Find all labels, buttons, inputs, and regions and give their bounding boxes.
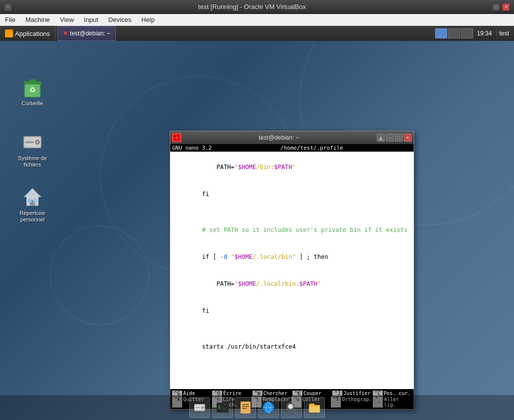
menu-view[interactable]: View xyxy=(55,14,79,25)
taskbar-right: 19:34 test xyxy=(435,28,514,38)
vbox-minimize-btn[interactable]: ─ xyxy=(4,3,12,11)
content-line-5: if [ -d "$HOME/.local/bin" ] ; then xyxy=(173,243,411,270)
vbox-titlebar: ─ test [Running] - Oracle VM VirtualBox … xyxy=(0,0,514,14)
svg-point-20 xyxy=(201,406,204,409)
content-line-2: fi xyxy=(173,181,411,208)
terminal-close-btn[interactable]: ✕ xyxy=(404,134,412,142)
filesystem-label: Système de fichiers xyxy=(14,155,50,168)
content-line-9: startx /usr/bin/startxfce4 xyxy=(173,333,411,360)
dock-browser[interactable] xyxy=(258,397,279,418)
taskbar-user: test xyxy=(496,30,512,37)
terminal-taskbar-item[interactable]: ✕ test@debian: ~ xyxy=(57,26,116,41)
applications-menu-btn[interactable]: Applications xyxy=(0,26,55,41)
terminal-window-title: test@debian: ~ xyxy=(181,134,377,141)
svg-rect-9 xyxy=(25,141,33,143)
trash-label: Corbeille xyxy=(21,100,43,107)
nano-filename: /home/test/.profile xyxy=(280,145,343,151)
dock-hdd[interactable] xyxy=(189,397,210,418)
content-line-7: fi xyxy=(173,297,411,324)
vbox-menubar: File Machine View Input Devices Help xyxy=(0,14,514,26)
nano-statusbar: GNU nano 3.2 /home/test/.profile xyxy=(170,144,414,152)
vbox-window-controls: ─ xyxy=(4,3,12,11)
filesystem-icon xyxy=(20,130,44,154)
terminal-restore-btn[interactable]: □ xyxy=(395,134,403,142)
dock-notes[interactable] xyxy=(235,397,256,418)
desktop-icon-filesystem[interactable]: Système de fichiers xyxy=(12,128,52,170)
terminal-taskbar-icon: ✕ xyxy=(63,30,68,37)
svg-rect-26 xyxy=(242,406,249,407)
content-line-6: PATH="$HOME/.local/bin:$PATH" xyxy=(173,270,411,297)
vbox-right-controls: □ ✕ xyxy=(492,3,510,11)
applications-icon xyxy=(5,29,13,37)
menu-file[interactable]: File xyxy=(0,14,20,25)
guest-desktop: Applications ✕ test@debian: ~ 19:34 test xyxy=(0,26,514,420)
workspace-2[interactable] xyxy=(448,28,460,38)
workspace-3[interactable] xyxy=(461,28,473,38)
menu-devices[interactable]: Devices xyxy=(103,14,136,25)
svg-rect-21 xyxy=(196,407,200,408)
nano-content[interactable]: PATH="$HOME/bin:$PATH" fi # set PATH so … xyxy=(170,152,414,389)
svg-rect-25 xyxy=(242,404,249,405)
vbox-restore-btn[interactable]: □ xyxy=(492,3,500,11)
terminal-title-icon xyxy=(172,133,181,142)
nano-editor-name: GNU nano 3.2 xyxy=(172,145,212,151)
terminal-titlebar: test@debian: ~ ▲ ─ □ ✕ xyxy=(170,131,414,144)
svg-text:$ _: $ _ xyxy=(218,405,226,410)
workspace-1[interactable] xyxy=(435,28,447,38)
applications-label: Applications xyxy=(15,30,50,37)
menu-help[interactable]: Help xyxy=(136,14,160,25)
menu-input[interactable]: Input xyxy=(79,14,103,25)
svg-point-8 xyxy=(36,141,38,143)
svg-rect-24 xyxy=(241,402,251,414)
desktop-icon-home[interactable]: Répertoire personnel xyxy=(12,183,52,225)
dock-search[interactable] xyxy=(281,397,302,418)
content-line-1: PATH="$HOME/bin:$PATH" xyxy=(173,154,411,181)
terminal-iconify-btn[interactable]: ─ xyxy=(386,134,394,142)
svg-rect-3 xyxy=(29,79,35,82)
content-line-4: # set PATH so it includes user's private… xyxy=(173,216,411,243)
terminal-window: test@debian: ~ ▲ ─ □ ✕ GNU nano 3.2 /hom… xyxy=(170,131,414,410)
guest-taskbar-top: Applications ✕ test@debian: ~ 19:34 test xyxy=(0,26,514,41)
svg-rect-27 xyxy=(242,408,247,409)
svg-text:♻: ♻ xyxy=(29,86,36,94)
home-icon xyxy=(20,185,44,209)
menu-machine[interactable]: Machine xyxy=(20,14,55,25)
guest-dock: $ _ xyxy=(0,395,514,420)
trash-icon: ♻ xyxy=(20,75,44,99)
terminal-window-controls: ▲ ─ □ ✕ xyxy=(377,134,412,142)
terminal-taskbar-label: test@debian: ~ xyxy=(70,30,110,37)
svg-line-33 xyxy=(293,409,296,413)
svg-rect-14 xyxy=(33,199,37,203)
svg-rect-13 xyxy=(28,199,31,203)
terminal-maximize-btn[interactable]: ▲ xyxy=(377,134,385,142)
home-label: Répertoire personnel xyxy=(14,210,50,223)
desktop-icon-trash[interactable]: ♻ Corbeille xyxy=(12,73,52,109)
content-line-3 xyxy=(173,208,411,216)
content-line-8 xyxy=(173,324,411,333)
dock-terminal[interactable]: $ _ xyxy=(212,397,233,418)
bg-decoration-4 xyxy=(50,225,150,325)
dock-folder[interactable] xyxy=(304,397,325,418)
vbox-close-btn[interactable]: ✕ xyxy=(502,3,510,11)
svg-point-34 xyxy=(288,404,293,409)
vbox-title: test [Running] - Oracle VM VirtualBox xyxy=(12,3,492,10)
taskbar-clock: 19:34 xyxy=(474,30,495,37)
content-line-10: █ xyxy=(173,360,411,387)
